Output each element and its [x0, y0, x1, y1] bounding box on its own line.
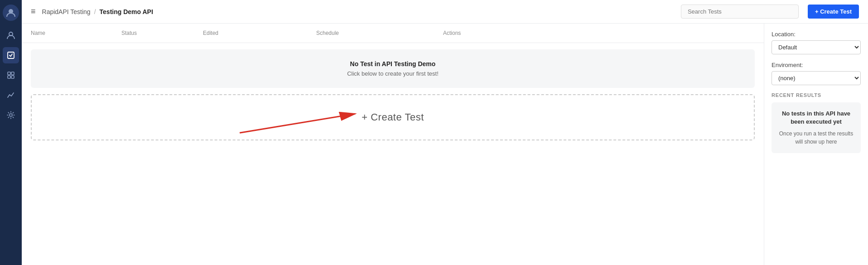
search-container — [681, 5, 799, 19]
svg-rect-2 — [8, 52, 14, 58]
location-select[interactable]: Default — [772, 40, 861, 54]
breadcrumb-parent[interactable]: RapidAPI Testing — [42, 8, 91, 15]
empty-state-title: No Test in API Testing Demo — [42, 60, 744, 67]
recent-results-title: No tests in this API have been executed … — [779, 110, 854, 126]
svg-rect-3 — [8, 72, 10, 75]
col-actions: Actions — [443, 30, 755, 36]
create-test-label: + Create Test — [362, 111, 424, 123]
content-area: Name Status Edited Schedule Actions No T… — [22, 24, 868, 265]
breadcrumb-current: Testing Demo API — [100, 8, 153, 15]
sidebar-item-grid[interactable] — [3, 67, 19, 83]
svg-rect-5 — [8, 76, 10, 78]
environment-select[interactable]: (none) — [772, 71, 861, 85]
sidebar-item-testing[interactable] — [3, 47, 19, 63]
right-sidebar: Location: Default Enviroment: (none) REC… — [764, 24, 868, 265]
svg-rect-6 — [11, 76, 14, 78]
table-header: Name Status Edited Schedule Actions — [22, 24, 764, 43]
col-schedule: Schedule — [316, 30, 443, 36]
menu-icon[interactable]: ≡ — [31, 7, 36, 16]
location-label: Location: — [772, 31, 861, 38]
header: ≡ RapidAPI Testing / Testing Demo API + … — [22, 0, 868, 24]
breadcrumb-separator: / — [94, 8, 96, 15]
recent-results-text: Once you run a test the results will sho… — [779, 130, 854, 146]
search-input[interactable] — [681, 5, 799, 19]
sidebar-item-settings[interactable] — [3, 107, 19, 123]
recent-results-card: No tests in this API have been executed … — [772, 102, 861, 153]
svg-line-9 — [240, 114, 355, 133]
svg-rect-4 — [11, 72, 14, 75]
sidebar-item-user[interactable] — [3, 27, 19, 43]
empty-state-card: No Test in API Testing Demo Click below … — [31, 49, 755, 88]
svg-point-7 — [10, 114, 12, 116]
create-test-button[interactable]: + Create Test — [808, 5, 859, 19]
main-container: ≡ RapidAPI Testing / Testing Demo API + … — [22, 0, 868, 265]
recent-results-label: RECENT RESULTS — [772, 92, 861, 98]
main-content: Name Status Edited Schedule Actions No T… — [22, 24, 764, 265]
location-field: Location: Default — [772, 31, 861, 54]
left-sidebar — [0, 0, 22, 265]
sidebar-item-analytics[interactable] — [3, 87, 19, 103]
col-status: Status — [121, 30, 203, 36]
logo[interactable] — [3, 5, 19, 21]
environment-label: Enviroment: — [772, 62, 861, 68]
create-test-dashed-area[interactable]: + Create Test — [31, 94, 755, 140]
environment-field: Enviroment: (none) — [772, 62, 861, 85]
col-edited: Edited — [203, 30, 316, 36]
col-name: Name — [31, 30, 121, 36]
empty-state-subtitle: Click below to create your first test! — [42, 70, 744, 77]
breadcrumb: RapidAPI Testing / Testing Demo API — [42, 8, 153, 15]
